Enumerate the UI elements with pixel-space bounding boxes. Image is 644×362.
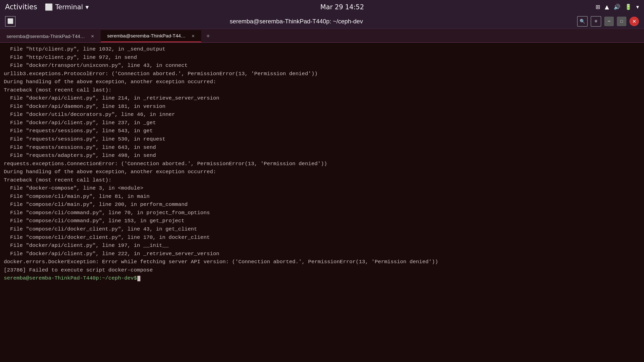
grid-icon[interactable]: ⊞ (596, 4, 600, 10)
terminal-line: docker.errors.DockerException: Error whi… (4, 258, 640, 266)
terminal-line: File "docker/api/client.py", line 214, i… (4, 94, 640, 103)
tab-1-label: seremba@seremba-ThinkPad-T440p: ~/ceph-d… (7, 34, 87, 39)
window-title: seremba@seremba-ThinkPad-T440p: ~/ceph-d… (16, 18, 577, 25)
terminal-line: File "docker/api/daemon.py", line 181, i… (4, 103, 640, 111)
activities-label[interactable]: Activities (5, 3, 37, 11)
terminal-menu[interactable]: ⬜ Terminal ▾ (45, 3, 89, 11)
system-bar-left: Activities ⬜ Terminal ▾ (5, 3, 89, 11)
system-bar: Activities ⬜ Terminal ▾ Mar 29 14:52 ⊞ ▲… (0, 0, 644, 14)
system-bar-center: Mar 29 14:52 (320, 3, 364, 11)
volume-icon[interactable]: 🔊 (614, 4, 620, 10)
hamburger-icon: ≡ (595, 19, 597, 24)
wifi-icon[interactable]: ▲ (605, 4, 609, 10)
terminal-line: File "requests/sessions.py", line 543, i… (4, 127, 640, 135)
terminal-line: urllib3.exceptions.ProtocolError: ('Conn… (4, 70, 640, 78)
cursor (137, 276, 140, 281)
maximize-icon: □ (620, 19, 623, 24)
terminal-window: ⬜ seremba@seremba-ThinkPad-T440p: ~/ceph… (0, 14, 644, 362)
tabs-bar: seremba@seremba-ThinkPad-T440p: ~/ceph-d… (0, 29, 644, 43)
terminal-line: File "docker/transport/unixconn.py", lin… (4, 62, 640, 70)
title-bar-controls: 🔍 ≡ − □ ✕ (577, 16, 639, 27)
datetime: Mar 29 14:52 (320, 3, 364, 11)
terminal-line: File "compose/cli/command.py", line 70, … (4, 209, 640, 217)
terminal-line: File "docker/utils/decorators.py", line … (4, 111, 640, 119)
tab-2-close[interactable]: ✕ (191, 34, 195, 38)
terminal-line: File "docker/api/client.py", line 222, i… (4, 250, 640, 258)
terminal-content[interactable]: File "http/client.py", line 1032, in _se… (0, 43, 644, 362)
terminal-line: File "http/client.py", line 972, in send (4, 54, 640, 62)
prompt-line: seremba@seremba-ThinkPad-T440p:~/ceph-de… (4, 274, 640, 283)
maximize-button[interactable]: □ (617, 17, 626, 26)
terminal-line: requests.exceptions.ConnectionError: ('C… (4, 160, 640, 168)
minimize-icon: − (608, 18, 611, 24)
terminal-line: File "compose/cli/docker_client.py", lin… (4, 234, 640, 242)
prompt-text: seremba@seremba-ThinkPad-T440p:~/ceph-de… (4, 274, 137, 283)
title-bar: ⬜ seremba@seremba-ThinkPad-T440p: ~/ceph… (0, 14, 644, 29)
minimize-button[interactable]: − (604, 17, 614, 26)
menu-button[interactable]: ≡ (591, 16, 601, 27)
terminal-tab-1[interactable]: seremba@seremba-ThinkPad-T440p: ~/ceph-d… (0, 30, 101, 42)
battery-icon[interactable]: 🔋 (625, 4, 632, 10)
terminal-line: Traceback (most recent call last): (4, 176, 640, 185)
search-button[interactable]: 🔍 (577, 16, 588, 27)
terminal-line: File "docker/api/client.py", line 237, i… (4, 119, 640, 127)
terminal-line: File "docker-compose", line 3, in <modul… (4, 184, 640, 193)
terminal-line: File "compose/cli/main.py", line 200, in… (4, 201, 640, 209)
close-button[interactable]: ✕ (629, 17, 639, 26)
tab-2-label: seremba@seremba-ThinkPad-T440p: ~/ceph-d… (107, 33, 187, 39)
close-icon: ✕ (632, 18, 636, 24)
terminal-line: During handling of the above exception, … (4, 168, 640, 176)
terminal-tab-2[interactable]: seremba@seremba-ThinkPad-T440p: ~/ceph-d… (101, 30, 201, 42)
terminal-icon: ⬜ (45, 3, 53, 11)
search-icon: 🔍 (580, 19, 585, 24)
terminal-line: File "compose/cli/docker_client.py", lin… (4, 225, 640, 234)
system-bar-right: ⊞ ▲ 🔊 🔋 ▾ (596, 4, 639, 10)
tab-1-close[interactable]: ✕ (91, 34, 94, 39)
terminal-line: [23786] Failed to execute script docker-… (4, 266, 640, 275)
terminal-line: File "requests/sessions.py", line 530, i… (4, 135, 640, 144)
terminal-menu-arrow: ▾ (86, 3, 89, 11)
terminal-line: File "requests/sessions.py", line 643, i… (4, 144, 640, 152)
new-tab-button[interactable]: + (203, 30, 214, 42)
terminal-line: File "requests/adapters.py", line 498, i… (4, 152, 640, 160)
terminal-line: File "docker/api/client.py", line 197, i… (4, 242, 640, 250)
terminal-line: File "http/client.py", line 1032, in _se… (4, 45, 640, 54)
power-icon[interactable]: ▾ (636, 4, 639, 10)
terminal-line: Traceback (most recent call last): (4, 86, 640, 95)
terminal-window-icon: ⬜ (5, 16, 16, 27)
terminal-line: File "compose/cli/main.py", line 81, in … (4, 193, 640, 201)
terminal-line: During handling of the above exception, … (4, 78, 640, 86)
title-bar-left: ⬜ (5, 16, 16, 27)
terminal-line: File "compose/cli/command.py", line 153,… (4, 217, 640, 225)
terminal-menu-label: Terminal (55, 3, 83, 11)
